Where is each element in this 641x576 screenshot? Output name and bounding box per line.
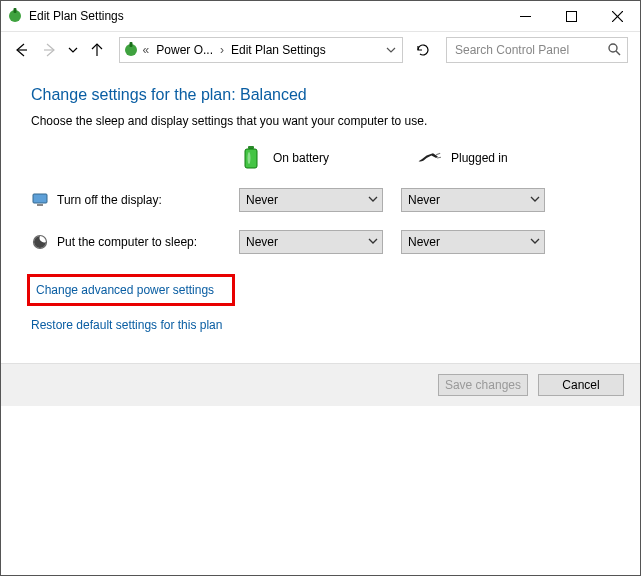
sleep-battery-dropdown[interactable]: Never — [239, 230, 383, 254]
svg-line-17 — [437, 157, 441, 158]
recent-locations-button[interactable] — [66, 36, 82, 64]
sleep-plugged-value: Never — [408, 235, 440, 249]
svg-rect-18 — [33, 194, 47, 203]
refresh-button[interactable] — [411, 37, 436, 63]
forward-button[interactable] — [36, 36, 63, 64]
window-controls — [502, 1, 640, 31]
maximize-button[interactable] — [548, 1, 594, 31]
chevron-left-icon: « — [140, 43, 153, 57]
moon-icon — [31, 233, 49, 251]
search-icon — [607, 42, 621, 59]
column-header-plugged-label: Plugged in — [451, 151, 508, 165]
advanced-power-settings-link[interactable]: Change advanced power settings — [36, 283, 214, 297]
cancel-button[interactable]: Cancel — [538, 374, 624, 396]
column-header-battery-label: On battery — [273, 151, 329, 165]
setting-label-display: Turn off the display: — [31, 191, 239, 209]
display-battery-dropdown[interactable]: Never — [239, 188, 383, 212]
breadcrumb-dropdown[interactable] — [381, 38, 400, 62]
chevron-down-icon — [368, 235, 378, 249]
content-area: Change settings for the plan: Balanced C… — [1, 68, 640, 350]
svg-line-4 — [612, 11, 623, 22]
display-plugged-dropdown[interactable]: Never — [401, 188, 545, 212]
app-icon — [7, 8, 23, 24]
svg-rect-1 — [14, 8, 17, 13]
setting-label-sleep: Put the computer to sleep: — [31, 233, 239, 251]
page-subtext: Choose the sleep and display settings th… — [31, 114, 640, 128]
title-bar: Edit Plan Settings — [1, 1, 640, 32]
column-header-plugged: Plugged in — [417, 146, 565, 170]
chevron-down-icon — [368, 193, 378, 207]
chevron-right-icon: › — [217, 43, 227, 57]
chevron-down-icon — [530, 193, 540, 207]
svg-line-5 — [612, 11, 623, 22]
window: Edit Plan Settings — [0, 0, 641, 576]
battery-icon — [239, 146, 263, 170]
up-button[interactable] — [83, 36, 110, 64]
setting-row-sleep: Put the computer to sleep: Never Never — [31, 230, 640, 254]
setting-label-sleep-text: Put the computer to sleep: — [57, 235, 197, 249]
breadcrumb-segment-2[interactable]: Edit Plan Settings — [227, 43, 330, 57]
column-header-battery: On battery — [239, 146, 387, 170]
search-input[interactable] — [453, 42, 607, 58]
setting-label-display-text: Turn off the display: — [57, 193, 162, 207]
svg-point-11 — [609, 44, 617, 52]
nav-bar: « Power O... › Edit Plan Settings — [1, 32, 640, 68]
search-input-container[interactable] — [446, 37, 628, 63]
footer-bar: Save changes Cancel — [1, 363, 640, 406]
svg-rect-10 — [129, 42, 132, 47]
sleep-battery-value: Never — [246, 235, 278, 249]
close-button[interactable] — [594, 1, 640, 31]
back-button[interactable] — [7, 36, 34, 64]
svg-point-15 — [248, 152, 251, 164]
plug-icon — [417, 146, 441, 170]
save-button: Save changes — [438, 374, 528, 396]
monitor-icon — [31, 191, 49, 209]
highlight-annotation: Change advanced power settings — [27, 274, 235, 306]
svg-line-12 — [616, 51, 620, 55]
page-heading: Change settings for the plan: Balanced — [31, 86, 640, 104]
breadcrumb[interactable]: « Power O... › Edit Plan Settings — [119, 37, 403, 63]
sleep-plugged-dropdown[interactable]: Never — [401, 230, 545, 254]
svg-rect-3 — [566, 11, 576, 21]
svg-rect-14 — [245, 149, 257, 168]
display-battery-value: Never — [246, 193, 278, 207]
restore-defaults-link[interactable]: Restore default settings for this plan — [31, 318, 222, 332]
chevron-down-icon — [530, 235, 540, 249]
breadcrumb-segment-1[interactable]: Power O... — [152, 43, 217, 57]
svg-line-16 — [436, 153, 440, 155]
minimize-button[interactable] — [502, 1, 548, 31]
column-headers: On battery Plugged in — [239, 146, 640, 170]
window-title: Edit Plan Settings — [29, 9, 124, 23]
setting-row-display: Turn off the display: Never Never — [31, 188, 640, 212]
display-plugged-value: Never — [408, 193, 440, 207]
breadcrumb-icon — [122, 42, 140, 58]
svg-rect-19 — [37, 204, 43, 206]
